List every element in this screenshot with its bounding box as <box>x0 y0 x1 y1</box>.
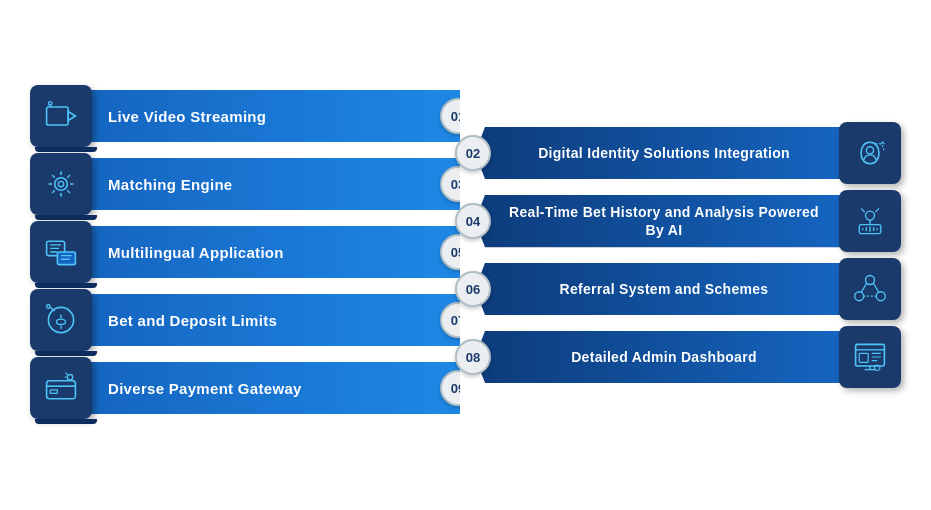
svg-point-18 <box>855 292 864 301</box>
svg-point-4 <box>55 178 68 191</box>
svg-point-14 <box>866 147 873 154</box>
item-number: 08 <box>455 339 491 375</box>
left-panel: Live Video Streaming 01 Matching Engine … <box>30 85 460 425</box>
item-label: Multilingual Application <box>108 244 284 261</box>
svg-marker-1 <box>68 112 75 121</box>
multilingual-icon <box>43 234 79 270</box>
deposit-icon-box <box>30 289 92 351</box>
item-bar: Live Video Streaming 01 <box>88 90 460 142</box>
payment-icon <box>43 370 79 406</box>
list-item: 08 Detailed Admin Dashboard <box>471 326 901 388</box>
svg-point-19 <box>876 292 885 301</box>
item-bar: Bet and Deposit Limits 07 <box>88 294 460 346</box>
item-label: Referral System and Schemes <box>560 280 769 298</box>
item-number: 04 <box>455 203 491 239</box>
identity-icon-box <box>839 122 901 184</box>
engine-icon-box <box>30 153 92 215</box>
list-item: Multilingual Application 05 <box>30 221 460 283</box>
item-bar: Digital Identity Solutions Integration <box>475 127 843 179</box>
referral-icon <box>852 271 888 307</box>
ai-icon-box <box>839 190 901 252</box>
item-label: Matching Engine <box>108 176 233 193</box>
list-item: Matching Engine 03 <box>30 153 460 215</box>
svg-rect-0 <box>47 107 69 125</box>
svg-point-2 <box>48 102 52 106</box>
svg-rect-12 <box>50 390 57 394</box>
ai-icon <box>852 203 888 239</box>
list-item: 04 Real-Time Bet History and Analysis Po… <box>471 190 901 252</box>
svg-point-13 <box>67 375 72 380</box>
item-bar: Matching Engine 03 <box>88 158 460 210</box>
engine-icon <box>43 166 79 202</box>
item-label: Bet and Deposit Limits <box>108 312 277 329</box>
item-bar: Detailed Admin Dashboard <box>475 331 843 383</box>
item-label: Live Video Streaming <box>108 108 266 125</box>
item-bar: Diverse Payment Gateway 09 <box>88 362 460 414</box>
item-label: Diverse Payment Gateway <box>108 380 302 397</box>
svg-rect-7 <box>57 252 75 265</box>
video-icon-box <box>30 85 92 147</box>
item-bar: Real-Time Bet History and Analysis Power… <box>475 195 843 247</box>
item-label: Detailed Admin Dashboard <box>571 348 757 366</box>
list-item: 06 Referral System and Schemes <box>471 258 901 320</box>
identity-icon <box>852 135 888 171</box>
item-bar: Referral System and Schemes <box>475 263 843 315</box>
svg-point-5 <box>58 181 63 186</box>
main-container: Live Video Streaming 01 Matching Engine … <box>0 0 931 510</box>
list-item: 02 Digital Identity Solutions Integratio… <box>471 122 901 184</box>
list-item: Bet and Deposit Limits 07 <box>30 289 460 351</box>
list-item: Diverse Payment Gateway 09 <box>30 357 460 419</box>
video-icon <box>43 98 79 134</box>
svg-point-17 <box>866 276 875 285</box>
item-number: 06 <box>455 271 491 307</box>
svg-point-15 <box>866 211 875 220</box>
svg-rect-22 <box>859 353 868 362</box>
item-number: 02 <box>455 135 491 171</box>
list-item: Live Video Streaming 01 <box>30 85 460 147</box>
dashboard-icon-box <box>839 326 901 388</box>
item-bar: Multilingual Application 05 <box>88 226 460 278</box>
right-panel: 02 Digital Identity Solutions Integratio… <box>471 122 901 388</box>
item-label: Real-Time Bet History and Analysis Power… <box>505 203 823 239</box>
dashboard-icon <box>852 339 888 375</box>
item-label: Digital Identity Solutions Integration <box>538 144 790 162</box>
svg-point-9 <box>47 305 51 309</box>
deposit-icon <box>43 302 79 338</box>
payment-icon-box <box>30 357 92 419</box>
multilingual-icon-box <box>30 221 92 283</box>
referral-icon-box <box>839 258 901 320</box>
